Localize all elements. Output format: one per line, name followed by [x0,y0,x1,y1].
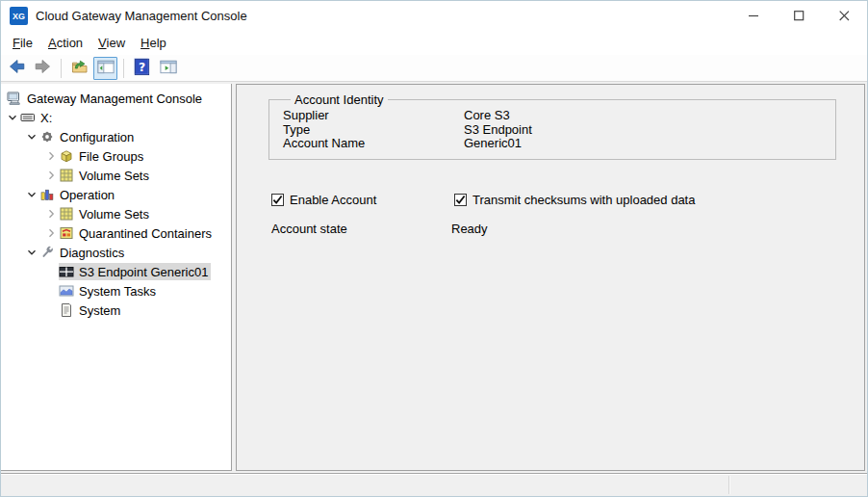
tree-item-body: Gateway Management Console [7,90,205,107]
tree-item-label: System Tasks [79,284,156,299]
tree-item-volume-sets[interactable]: Volume Sets [1,204,231,223]
chevron-slot [43,264,59,279]
checkbox-label: Transmit checksums with uploaded data [472,193,695,207]
tree-item-label: Operation [60,188,115,202]
close-button[interactable] [822,1,867,31]
status-bar-side-pane [728,476,863,494]
drive-icon [20,110,36,125]
action-pane-icon [159,58,178,79]
tree-item-label: Diagnostics [60,246,124,260]
tree-item-system[interactable]: System [1,301,231,320]
account-state-label: Account state [271,222,451,236]
chevron-slot [43,283,59,299]
tree-item-s3-endpoint-generic01[interactable]: S3 Endpoint Generic01 [1,262,231,281]
tree-item-label: Volume Sets [79,207,149,222]
console-tree: Gateway Management ConsoleX:Configuratio… [1,84,232,471]
chevron-collapsed-icon[interactable] [43,225,59,241]
tree-item-body: File Groups [59,147,146,165]
volume-sets-icon [59,168,74,183]
menu-help[interactable]: Help [133,33,174,53]
field-row-supplier: SupplierCore S3 [283,109,835,123]
account-identity-fields: SupplierCore S3TypeS3 EndpointAccount Na… [283,109,835,151]
gear-icon [39,129,55,144]
checkmark-icon [272,195,283,205]
up-one-level-button[interactable] [67,57,91,80]
field-row-type: TypeS3 Endpoint [283,123,835,138]
maximize-button[interactable] [777,1,822,31]
tree-item-label: X: [40,111,52,125]
console-root-icon [7,91,22,106]
chevron-collapsed-icon[interactable] [43,148,59,164]
menu-action[interactable]: Action [40,33,90,53]
tree-item-system-tasks[interactable]: System Tasks [1,281,231,301]
field-value: Core S3 [464,109,510,123]
maximize-icon [794,11,804,21]
chevron-slot [43,302,59,318]
tree-item-quarantined-containers[interactable]: Quarantined Containers [1,223,231,243]
checkbox-transmit-checksums-with-uploaded-data[interactable]: Transmit checksums with uploaded data [454,193,695,207]
minimize-button[interactable] [731,1,777,31]
menu-bar: FileActionViewHelp [1,31,867,55]
tree-item-body: Operation [39,186,117,203]
tree-item-label: Gateway Management Console [27,92,202,106]
field-row-account-name: Account NameGeneric01 [283,137,835,151]
field-value: S3 Endpoint [464,123,532,138]
folder-up-icon [70,58,89,78]
checkbox-enable-account[interactable]: Enable Account [271,193,454,207]
checkbox-box[interactable] [271,194,284,206]
status-bar [1,473,867,496]
show-action-pane-button[interactable] [156,57,180,80]
system-tasks-icon [59,283,74,299]
field-label: Account Name [283,137,464,151]
chevron-expanded-icon[interactable] [24,187,39,202]
tree-item-label: S3 Endpoint Generic01 [79,265,208,279]
detail-pane: Account Identity SupplierCore S3TypeS3 E… [236,84,865,471]
tree-item-body: System Tasks [59,282,159,300]
tree-item-body: Volume Sets [59,205,152,222]
chevron-collapsed-icon[interactable] [43,168,59,183]
checkbox-box[interactable] [454,194,467,206]
show-console-tree-button[interactable] [93,57,117,80]
tree-item-body: S3 Endpoint Generic01 [59,263,211,280]
console-tree-icon [96,58,115,79]
tree-item-body: Configuration [39,128,137,145]
chevron-collapsed-icon[interactable] [43,206,59,222]
tree-item-body: System [59,301,123,319]
quarantined-containers-icon [59,225,74,241]
tree-item-body: Quarantined Containers [59,224,215,242]
file-groups-icon [59,148,74,164]
system-doc-icon [59,302,74,318]
tree-item-label: Configuration [60,130,134,144]
toolbar-separator [123,59,124,78]
main-content: Gateway Management ConsoleX:Configuratio… [1,82,867,473]
chevron-expanded-icon[interactable] [24,245,39,260]
account-identity-groupbox: Account Identity SupplierCore S3TypeS3 E… [268,92,836,160]
chevron-expanded-icon[interactable] [24,129,39,144]
close-icon [839,11,850,21]
tree-item-operation[interactable]: Operation [1,185,231,204]
menu-view[interactable]: View [90,33,133,53]
help-button[interactable]: ? [130,57,154,80]
back-arrow-icon [8,58,26,78]
tree-item-label: Volume Sets [79,169,149,183]
app-window: XG Cloud Gateway Management Console File… [0,0,868,497]
tree-item-body: Volume Sets [59,167,152,184]
forward-button[interactable] [31,57,55,80]
tree-item-file-groups[interactable]: File Groups [1,146,231,166]
title-bar: XG Cloud Gateway Management Console [1,1,867,31]
status-bar-main-pane [1,474,728,496]
svg-text:?: ? [139,60,145,73]
chevron-expanded-icon[interactable] [5,110,20,125]
tree-item-body: Diagnostics [39,244,127,261]
app-logo-icon: XG [10,7,28,25]
tree-item-gateway-management-console[interactable]: Gateway Management Console [1,89,231,108]
toolbar-separator [61,59,62,78]
menu-file[interactable]: File [5,33,40,53]
back-button[interactable] [5,57,29,80]
tree-item-x[interactable]: X: [1,108,231,127]
endpoint-table-icon [59,264,74,279]
tree-item-configuration[interactable]: Configuration [1,127,231,146]
tree-item-volume-sets[interactable]: Volume Sets [1,166,231,185]
tree-item-diagnostics[interactable]: Diagnostics [1,243,231,262]
window-controls [731,1,867,31]
